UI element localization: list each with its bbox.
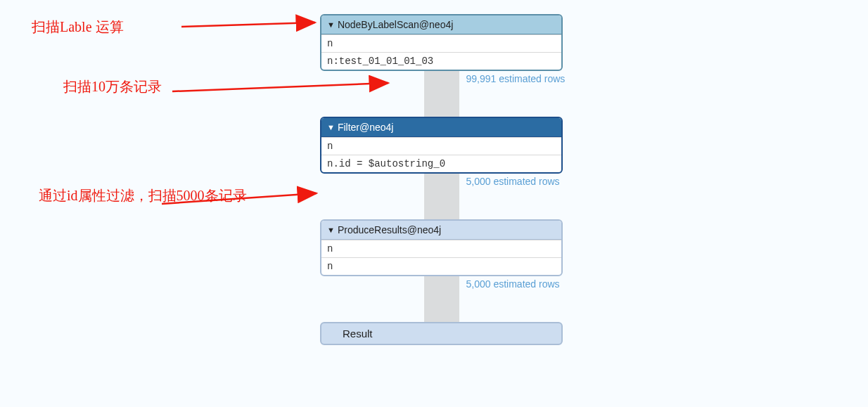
collapse-icon: ▼ <box>327 21 335 29</box>
plan-connector: 5,000 estimated rows <box>424 276 459 322</box>
plan-connector: 99,991 estimated rows <box>424 71 459 117</box>
plan-node-title: ProduceResults@neo4j <box>338 224 441 235</box>
annotation-scan-100k: 扫描10万条记录 <box>63 77 162 96</box>
plan-node-row: n <box>321 240 561 257</box>
plan-node-filter[interactable]: ▼ Filter@neo4j n n.id = $autostring_0 <box>320 117 563 174</box>
query-plan: ▼ NodeByLabelScan@neo4j n n:test_01_01_0… <box>320 14 563 345</box>
annotation-scan-label: 扫描Lable 运算 <box>32 18 124 37</box>
plan-node-row: n.id = $autostring_0 <box>321 155 561 172</box>
plan-node-nodebylabelscan[interactable]: ▼ NodeByLabelScan@neo4j n n:test_01_01_0… <box>320 14 563 71</box>
plan-node-header[interactable]: ▼ ProduceResults@neo4j <box>321 221 561 240</box>
estimated-rows: 99,991 estimated rows <box>466 73 566 84</box>
plan-node-title: NodeByLabelScan@neo4j <box>338 19 453 30</box>
plan-node-row: n:test_01_01_01_03 <box>321 52 561 70</box>
plan-node-title: Filter@neo4j <box>338 122 394 133</box>
collapse-icon: ▼ <box>327 124 335 131</box>
plan-result[interactable]: Result <box>320 322 563 345</box>
plan-connector: 5,000 estimated rows <box>424 174 459 219</box>
collapse-icon: ▼ <box>327 226 335 234</box>
plan-node-produceresults[interactable]: ▼ ProduceResults@neo4j n n <box>320 219 563 276</box>
plan-node-row: n <box>321 137 561 155</box>
plan-node-header[interactable]: ▼ NodeByLabelScan@neo4j <box>321 15 561 34</box>
plan-node-row: n <box>321 257 561 275</box>
svg-line-0 <box>181 22 315 27</box>
annotation-id-filter: 通过id属性过滤，扫描5000条记录 <box>39 186 247 205</box>
plan-node-row: n <box>321 34 561 52</box>
plan-result-label: Result <box>343 328 373 340</box>
estimated-rows: 5,000 estimated rows <box>466 278 560 290</box>
estimated-rows: 5,000 estimated rows <box>466 176 560 187</box>
plan-node-header[interactable]: ▼ Filter@neo4j <box>321 118 561 137</box>
